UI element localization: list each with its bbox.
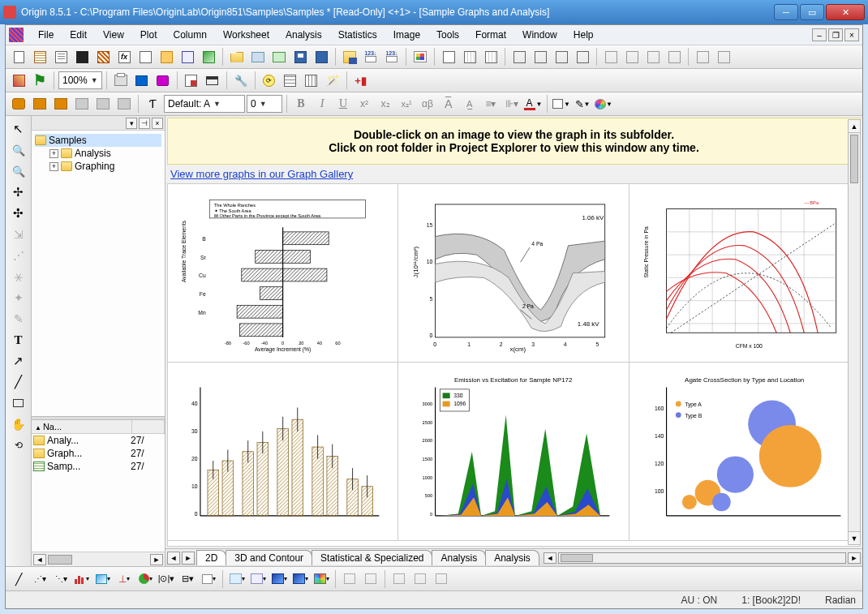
menu-help[interactable]: Help xyxy=(565,27,602,43)
thumb-emission-peaks[interactable]: Emission vs Excitation for Sample NP172 … xyxy=(398,363,629,541)
font-decrease-button[interactable]: A̲ xyxy=(460,94,479,114)
3d-surface-button[interactable]: ▾ xyxy=(269,569,289,589)
refresh-button[interactable] xyxy=(182,71,201,90)
menu-view[interactable]: View xyxy=(95,27,132,43)
tool-c-button[interactable]: 🪄 xyxy=(323,71,342,90)
template-lib-button[interactable] xyxy=(340,569,359,589)
scroll-left-button[interactable]: ◄ xyxy=(33,554,46,565)
line-plot-button[interactable]: ╱ xyxy=(9,569,28,589)
hscroll-track[interactable] xyxy=(558,552,846,564)
new-function-button[interactable]: fx xyxy=(114,47,134,67)
fontsize-combo[interactable]: 0▼ xyxy=(247,95,282,113)
style-palette-button[interactable] xyxy=(9,94,28,114)
zoom-combo[interactable]: 100%▼ xyxy=(58,71,102,89)
scroll-thumb[interactable] xyxy=(48,555,72,565)
thumb-column-errorbars[interactable]: 010203040 xyxy=(168,363,398,541)
results-log-button[interactable]: ⚑ xyxy=(30,71,49,90)
font-increase-button[interactable]: A̅ xyxy=(439,94,458,114)
tab-3d[interactable]: 3D and Contour xyxy=(226,550,312,565)
merge-button[interactable] xyxy=(361,569,380,589)
menu-analysis[interactable]: Analysis xyxy=(277,27,330,43)
open-template-button[interactable] xyxy=(248,47,268,67)
code-builder-button[interactable]: 🔧 xyxy=(231,71,251,90)
column-plot-button[interactable]: ▾ xyxy=(72,569,92,589)
stock-plot-button[interactable]: ⊥▾ xyxy=(114,569,134,589)
layer-2-button[interactable] xyxy=(622,47,642,67)
duplicate-window-button[interactable] xyxy=(203,71,222,90)
add-layer-button[interactable] xyxy=(432,569,451,589)
3d-wire-button[interactable]: ▾ xyxy=(290,569,310,589)
contour-button[interactable]: ▾ xyxy=(312,569,331,589)
gallery-link[interactable]: View more graphs in our Graph Gallery xyxy=(170,168,353,180)
palette-button[interactable]: ▼ xyxy=(594,94,613,114)
hscroll-thumb[interactable] xyxy=(561,554,593,562)
tree-root[interactable]: Samples xyxy=(35,134,161,147)
tab-2d[interactable]: 2D xyxy=(196,550,226,565)
new-2d-func-button[interactable] xyxy=(178,47,197,67)
data-selector-tool[interactable]: ⋰ xyxy=(8,246,29,265)
data-reader-tool[interactable]: ⇲ xyxy=(8,225,29,244)
box-plot-button[interactable]: ⊟▾ xyxy=(178,569,197,589)
vertical-align-button[interactable]: ⊪▾ xyxy=(502,94,522,114)
save-template-button[interactable] xyxy=(312,47,331,67)
superscript-button[interactable]: x² xyxy=(355,94,374,114)
maximize-button[interactable]: ▭ xyxy=(800,4,824,20)
mdi-close-button[interactable]: × xyxy=(844,28,859,41)
save-button[interactable] xyxy=(290,47,310,67)
tab-analysis2[interactable]: Analysis xyxy=(485,550,539,565)
add-column-button[interactable] xyxy=(460,47,479,67)
tool-b-button[interactable] xyxy=(302,71,321,90)
tree-item-analysis[interactable]: + Analysis xyxy=(49,147,161,160)
subscript-button[interactable]: x₂ xyxy=(376,94,395,114)
thumb-bar-chart[interactable]: The Whole Ranches ✦ The South Area ⊠ Oth… xyxy=(168,184,398,363)
project-explorer-button[interactable] xyxy=(9,71,28,90)
layer-5-button[interactable] xyxy=(693,47,712,67)
layer-1-button[interactable] xyxy=(601,47,621,67)
align-button[interactable]: ≡▾ xyxy=(481,94,501,114)
tool-a-button[interactable] xyxy=(281,71,300,90)
line-tool[interactable]: ╱ xyxy=(8,372,29,392)
region-tool[interactable]: ✦ xyxy=(8,288,29,307)
new-layout-button[interactable] xyxy=(135,47,155,67)
style-copy-button[interactable] xyxy=(30,94,49,114)
batch-process-button[interactable] xyxy=(410,47,430,67)
new-project-button[interactable] xyxy=(9,47,28,67)
zoom-in-tool[interactable]: 🔍 xyxy=(8,140,29,160)
duplicate-button[interactable] xyxy=(573,47,592,67)
pe-pin-button[interactable]: ⊣ xyxy=(139,118,150,129)
font-combo[interactable]: Default: A▼ xyxy=(164,95,245,113)
new-workbook-button[interactable] xyxy=(30,47,49,67)
supersub-button[interactable]: x₂¹ xyxy=(397,94,416,114)
tree-item-graphing[interactable]: + Graphing xyxy=(49,160,161,173)
menu-plot[interactable]: Plot xyxy=(132,27,165,43)
hscroll-right[interactable]: ► xyxy=(848,552,861,564)
zoom-out-tool[interactable]: 🔍 xyxy=(8,161,29,181)
fill-color-button[interactable]: ▼ xyxy=(552,94,571,114)
menu-worksheet[interactable]: Worksheet xyxy=(215,27,277,43)
style-d-button[interactable] xyxy=(72,94,92,114)
scroll-right-button[interactable]: ► xyxy=(150,554,163,565)
open-button[interactable] xyxy=(227,47,247,67)
import-multiple-ascii-button[interactable]: 123↓ xyxy=(382,47,402,67)
vscroll-down[interactable]: ▼ xyxy=(849,531,860,544)
mdi-restore-button[interactable]: ❐ xyxy=(828,28,843,41)
expand-icon[interactable]: + xyxy=(49,149,58,158)
pe-col-name[interactable]: ▲Na... xyxy=(32,420,132,433)
tile-horz-button[interactable] xyxy=(531,47,550,67)
pointer-tool[interactable]: ↖ xyxy=(8,119,29,139)
layer-3-button[interactable] xyxy=(643,47,663,67)
expand-icon[interactable]: + xyxy=(49,162,58,171)
cascade-button[interactable] xyxy=(552,47,571,67)
thumb-bubble-scatter[interactable]: Agate CrossSection by Type and Location … xyxy=(630,363,860,541)
font-color-button[interactable]: A▼ xyxy=(523,94,543,114)
rescale-button[interactable] xyxy=(439,47,458,67)
style-e-button[interactable] xyxy=(93,94,113,114)
menu-statistics[interactable]: Statistics xyxy=(330,27,385,43)
hscroll-left[interactable]: ◄ xyxy=(544,552,556,564)
close-button[interactable]: ✕ xyxy=(826,4,865,20)
tab-stat[interactable]: Statistical & Specialized xyxy=(312,550,432,565)
add-col-button[interactable]: +▮ xyxy=(351,71,371,90)
text-tool[interactable]: T xyxy=(8,330,29,350)
open-excel-button[interactable] xyxy=(269,47,289,67)
new-matrix-button[interactable] xyxy=(93,47,113,67)
